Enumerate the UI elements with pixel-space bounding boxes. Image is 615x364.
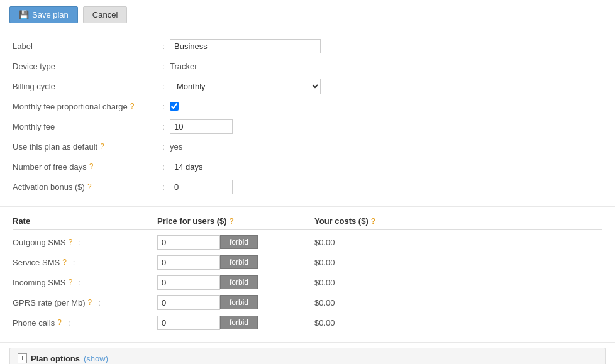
forbid-button-2[interactable]: forbid: [220, 275, 258, 289]
label-row: Label :: [13, 36, 602, 55]
rate-row-help-icon-0[interactable]: ?: [69, 238, 73, 246]
rate-row: Service SMS ? : forbid $0.00: [13, 253, 602, 272]
forbid-button-0[interactable]: forbid: [220, 235, 258, 249]
rate-price-input-4[interactable]: [157, 316, 220, 330]
monthly-fee-prop-checkbox[interactable]: [170, 102, 179, 111]
label-field-label: Label: [13, 41, 157, 51]
billing-cycle-row: Billing cycle : Monthly Yearly Weekly: [13, 77, 602, 96]
rate-row: Phone calls ? : forbid $0.00: [13, 313, 602, 332]
cancel-label: Cancel: [92, 10, 118, 19]
rate-row-price-0: forbid: [157, 235, 314, 250]
col-rate-header: Rate: [13, 216, 157, 226]
use-default-value: yes: [170, 142, 602, 152]
rate-row-colon-2: :: [79, 278, 81, 287]
activation-bonus-row: Activation bonus ($) ? :: [13, 177, 602, 196]
billing-cycle-label: Billing cycle: [13, 82, 157, 91]
colon-4: :: [157, 102, 170, 111]
activation-bonus-label: Activation bonus ($) ?: [13, 182, 157, 192]
rate-section: Rate Price for users ($) ? Your costs ($…: [0, 210, 615, 339]
device-type-value: Tracker: [170, 62, 602, 71]
plan-options-show[interactable]: (show): [84, 354, 108, 363]
rate-row-price-4: forbid: [157, 316, 314, 330]
free-days-input[interactable]: [170, 160, 289, 174]
col-price-header: Price for users ($) ?: [157, 216, 314, 226]
col-cost-help-icon[interactable]: ?: [371, 217, 375, 226]
free-days-help-icon[interactable]: ?: [89, 162, 94, 171]
plan-options-section: + Plan options (show): [9, 348, 606, 364]
rate-price-input-2[interactable]: [157, 275, 220, 290]
rate-price-input-3[interactable]: [157, 295, 220, 310]
rate-rows-container: Outgoing SMS ? : forbid $0.00 Service SM…: [13, 233, 602, 332]
rate-row: Outgoing SMS ? : forbid $0.00: [13, 233, 602, 251]
rate-row-colon-3: :: [98, 298, 101, 307]
use-default-row: Use this plan as default ? : yes: [13, 137, 602, 156]
rate-row-colon-4: :: [68, 318, 70, 328]
rate-row-label-1: Service SMS ? :: [13, 258, 157, 267]
rate-row-cost-4: $0.00: [314, 318, 440, 328]
use-default-text: yes: [170, 142, 182, 152]
use-default-label: Use this plan as default ?: [13, 142, 157, 152]
free-days-value: [170, 160, 602, 174]
free-days-label: Number of free days ?: [13, 162, 157, 172]
monthly-fee-prop-label: Monthly fee proportional charge ?: [13, 102, 157, 111]
forbid-button-4[interactable]: forbid: [220, 316, 258, 329]
monthly-fee-label: Monthly fee: [13, 122, 157, 131]
activation-bonus-input[interactable]: [170, 180, 233, 194]
colon-5: :: [157, 122, 170, 131]
colon-6: :: [157, 142, 170, 152]
monthly-fee-row: Monthly fee :: [13, 117, 602, 136]
save-icon: 💾: [19, 10, 29, 19]
rate-row: Incoming SMS ? : forbid $0.00: [13, 273, 602, 292]
col-price-help-icon[interactable]: ?: [230, 217, 234, 226]
form-section: Label : Device type : Tracker Billing cy…: [0, 30, 615, 204]
colon-7: :: [157, 162, 170, 172]
monthly-fee-prop-help-icon[interactable]: ?: [130, 102, 135, 111]
rate-row-colon-1: :: [73, 258, 75, 267]
rate-row-help-icon-4[interactable]: ?: [57, 318, 62, 327]
divider-1: [0, 206, 615, 207]
forbid-button-1[interactable]: forbid: [220, 255, 258, 269]
save-plan-label: Save plan: [32, 10, 69, 19]
activation-bonus-help-icon[interactable]: ?: [87, 182, 92, 191]
rate-row-price-1: forbid: [157, 255, 314, 270]
rate-row-price-3: forbid: [157, 295, 314, 310]
rate-row-label-4: Phone calls ? :: [13, 318, 157, 328]
rate-row-colon-0: :: [79, 238, 81, 247]
rate-row-help-icon-3[interactable]: ?: [88, 298, 92, 307]
monthly-fee-input[interactable]: [170, 119, 233, 134]
rate-table-header: Rate Price for users ($) ? Your costs ($…: [13, 216, 602, 230]
rate-row-label-2: Incoming SMS ? :: [13, 278, 157, 287]
rate-row-cost-1: $0.00: [314, 258, 440, 267]
plan-options-expand-icon[interactable]: +: [18, 353, 27, 363]
rate-row-cost-2: $0.00: [314, 278, 440, 287]
plan-options-title: Plan options: [31, 354, 80, 363]
device-type-label: Device type: [13, 62, 157, 71]
billing-cycle-value: Monthly Yearly Weekly: [170, 79, 602, 94]
label-value: [170, 39, 602, 53]
label-input[interactable]: [170, 39, 321, 53]
free-days-row: Number of free days ? :: [13, 157, 602, 176]
rate-price-input-1[interactable]: [157, 255, 220, 270]
rate-price-input-0[interactable]: [157, 235, 220, 250]
rate-row-cost-0: $0.00: [314, 238, 440, 247]
billing-cycle-select[interactable]: Monthly Yearly Weekly: [170, 79, 321, 94]
activation-bonus-value: [170, 180, 602, 194]
colon-1: :: [157, 41, 170, 51]
rate-row-label-0: Outgoing SMS ? :: [13, 238, 157, 247]
col-cost-header: Your costs ($) ?: [314, 216, 440, 226]
rate-row-help-icon-1[interactable]: ?: [62, 258, 67, 267]
plan-options-header[interactable]: + Plan options (show): [10, 348, 605, 364]
colon-2: :: [157, 62, 170, 71]
rate-row-help-icon-2[interactable]: ?: [69, 278, 73, 287]
monthly-fee-prop-value: [170, 102, 602, 111]
device-type-text: Tracker: [170, 62, 197, 71]
forbid-button-3[interactable]: forbid: [220, 295, 258, 309]
colon-3: :: [157, 82, 170, 91]
save-plan-button[interactable]: 💾 Save plan: [9, 6, 78, 23]
toolbar: 💾 Save plan Cancel: [0, 0, 615, 30]
cancel-button[interactable]: Cancel: [83, 6, 127, 23]
monthly-fee-prop-row: Monthly fee proportional charge ? :: [13, 97, 602, 116]
monthly-fee-value: [170, 119, 602, 134]
use-default-help-icon[interactable]: ?: [100, 142, 104, 151]
rate-row-price-2: forbid: [157, 275, 314, 290]
